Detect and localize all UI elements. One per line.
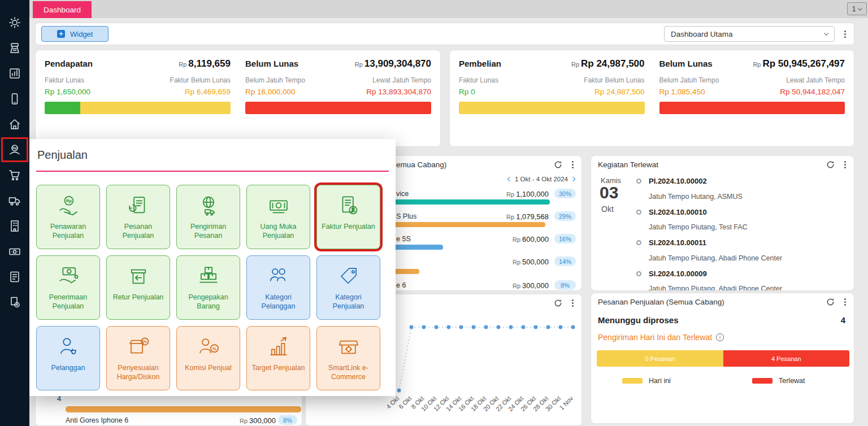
sidebar-item-audit[interactable] <box>3 292 26 312</box>
menu-tile-target-penjualan[interactable]: Target Penjualan <box>246 326 310 390</box>
receive-payment-icon <box>57 264 80 288</box>
document-code-link[interactable]: SI.2024.10.00011 <box>649 238 706 247</box>
widget-title-fragment: emua Cabang) <box>396 160 446 169</box>
menu-tile-pelanggan[interactable]: Pelanggan <box>36 326 100 390</box>
card-title: Pendapatan <box>45 59 93 68</box>
toolbar-kebab-menu-icon[interactable] <box>844 33 846 35</box>
metric-value: Rp 6,469,659 <box>185 88 231 96</box>
menu-tile-komisi-penjual[interactable]: % Komisi Penjual <box>176 326 240 390</box>
add-widget-button[interactable]: Widget <box>41 26 108 42</box>
document-code-link[interactable]: SI.2024.10.00009 <box>649 269 707 278</box>
document-desc: Jatuh Tempo Piutang, Abadi Phone Center <box>649 285 782 291</box>
refresh-icon[interactable] <box>554 160 562 169</box>
tab-dashboard[interactable]: Dashboard <box>33 1 92 18</box>
invoice-icon <box>337 194 361 218</box>
item-label: S Plus <box>396 212 416 220</box>
metric-label: Faktur Lunas <box>459 76 498 84</box>
menu-tile-faktur-penjualan[interactable]: Faktur Penjualan <box>316 185 380 249</box>
refresh-icon[interactable] <box>826 160 835 169</box>
menu-tile-pengepakan-barang[interactable]: Pengepakan Barang <box>176 255 240 320</box>
legend-label: Terlewat <box>779 377 805 385</box>
timeline-dot <box>636 240 641 245</box>
menu-tile-label: Target Penjualan <box>247 364 310 373</box>
sales-return-icon <box>127 264 150 288</box>
percent-badge: 29% <box>554 211 576 221</box>
item-value: 300,000 <box>249 416 276 425</box>
next-arrow-icon[interactable] <box>571 177 575 181</box>
dashboard-select[interactable]: Dashboard Utama <box>664 26 835 42</box>
legend-label: Hari ini <box>649 377 671 385</box>
currency-prefix: Rp <box>355 61 363 68</box>
menu-tile-penawaran-penjualan[interactable]: Rp Penawaran Penjualan <box>36 185 100 249</box>
metric-label: Belum Jatuh Tempo <box>659 76 719 84</box>
sidebar-item-settings[interactable] <box>3 12 26 33</box>
svg-text:Rp: Rp <box>66 198 72 203</box>
calendar-month: Okt <box>601 205 614 214</box>
menu-tile-label: Retur Penjualan <box>107 293 170 302</box>
refresh-icon[interactable] <box>826 298 835 306</box>
info-icon[interactable] <box>716 333 724 341</box>
item-value: 500,000 <box>522 258 549 266</box>
status-count: 4 <box>841 315 845 325</box>
sidebar-item-cashier[interactable] <box>3 38 26 58</box>
globe-shipping-icon <box>197 194 220 218</box>
svg-text:%: % <box>212 346 216 351</box>
sidebar-item-branch[interactable] <box>3 216 26 236</box>
sidebar-item-finance[interactable] <box>3 241 26 262</box>
menu-tile-label: Penawaran Penjualan <box>37 223 99 240</box>
progress-bar <box>659 102 845 114</box>
window-count-control[interactable]: 1 <box>847 2 867 15</box>
sidebar-item-reports[interactable] <box>3 63 26 84</box>
sidebar-item-delivery[interactable] <box>3 190 26 211</box>
document-code-link[interactable]: SI.2024.10.00010 <box>649 208 707 216</box>
card-amount: 8,119,659 <box>188 58 231 69</box>
percent-badge: 8% <box>554 280 576 290</box>
status-label: Menunggu diproses <box>598 315 679 325</box>
menu-tile-penyesuaian-harga-diskon[interactable]: % Penyesuaian Harga/Diskon <box>106 326 170 390</box>
item-value: 1,100,000 <box>516 190 549 198</box>
menu-tile-uang-muka-penjualan[interactable]: Uang Muka Penjualan <box>246 185 310 249</box>
menu-tile-kategori-pelanggan[interactable]: Kategori Pelanggan <box>246 255 310 320</box>
prev-arrow-icon[interactable] <box>507 177 512 181</box>
shipment-subtitle: Pengiriman Hari Ini dan Terlewat <box>598 333 724 342</box>
menu-tile-retur-penjualan[interactable]: Retur Penjualan <box>106 255 170 320</box>
metric-value: Rp 0 <box>459 88 475 96</box>
customer-icon <box>57 335 80 359</box>
menu-tile-pengiriman-pesanan[interactable]: Pengiriman Pesanan <box>176 185 240 249</box>
menu-tile-penerimaan-penjualan[interactable]: Penerimaan Penjualan <box>36 255 100 320</box>
sidebar-item-ledger[interactable] <box>3 267 26 287</box>
sidebar-item-purchases[interactable] <box>3 165 26 185</box>
document-code-link[interactable]: PI.2024.10.00002 <box>649 177 707 185</box>
menu-tile-label: SmartLink e-Commerce <box>317 364 380 381</box>
widget-kebab-menu-icon[interactable] <box>572 164 574 166</box>
mobile-app-icon <box>8 92 21 106</box>
sidebar-item-company[interactable] <box>3 114 26 134</box>
sidebar-item-mobile[interactable] <box>3 89 26 109</box>
belum-lunas-half: Belum Lunas Rp13,909,304,870 Belum Jatuh… <box>245 58 431 114</box>
menu-tile-smartlink-ecommerce[interactable]: SmartLink e-Commerce <box>316 326 380 390</box>
menu-tile-kategori-penjualan[interactable]: Kategori Penjualan <box>316 255 380 320</box>
legend-today: Hari ini <box>622 377 671 385</box>
menu-tile-pesanan-penjualan[interactable]: Pesanan Penjualan <box>106 185 170 249</box>
item-label: Anti Gores Iphone 6 <box>66 416 128 424</box>
percent-badge: 16% <box>554 234 576 244</box>
widget-title: Pesanan Penjualan (Semua Cabang) <box>598 298 724 306</box>
cash-advance-icon <box>267 194 290 218</box>
metric-label: Lewat Jatuh Tempo <box>372 76 431 84</box>
item-label: vice <box>396 190 409 198</box>
item-value: 1,079,568 <box>516 212 549 221</box>
x-axis-labels: 4 Okt6 Okt8 Okt10 Okt12 Okt14 Okt16 Okt1… <box>306 394 581 425</box>
card-title: Pembelian <box>459 59 501 68</box>
top-tab-bar: Dashboard 1 <box>29 0 868 18</box>
widget-kebab-menu-icon[interactable] <box>844 164 846 166</box>
company-home-icon <box>8 118 21 131</box>
sidebar-item-sales[interactable]: Rp <box>3 140 26 160</box>
widget-kebab-menu-icon[interactable] <box>844 301 846 303</box>
currency-prefix: Rp <box>506 191 514 198</box>
ecommerce-store-icon <box>337 335 361 359</box>
belum-lunas-half: Belum Lunas RpRp 50,945,267,497 Belum Ja… <box>659 58 845 114</box>
svg-text:Rp: Rp <box>12 146 17 150</box>
shipment-subtitle-text: Pengiriman Hari Ini dan Terlewat <box>598 333 712 342</box>
card-amount: Rp 50,945,267,497 <box>762 58 845 69</box>
legend-swatch <box>622 378 643 384</box>
